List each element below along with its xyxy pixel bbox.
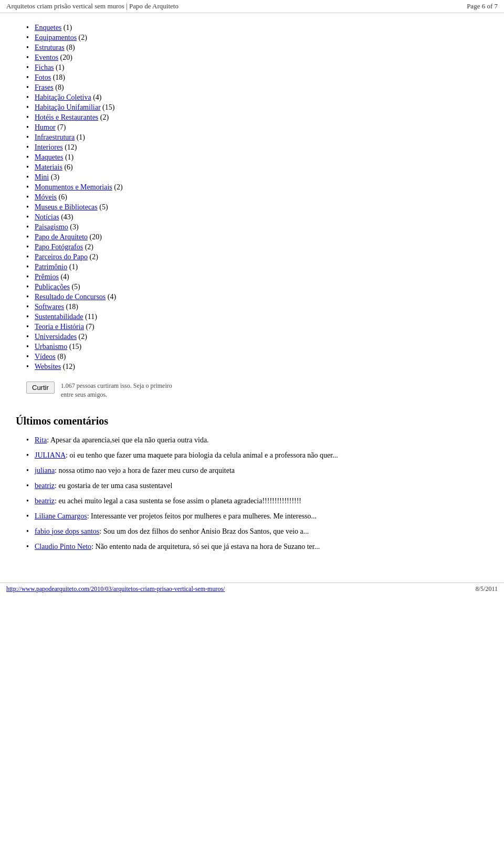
category-item: Equipamentos (2) [26,34,488,42]
category-link[interactable]: Urbanismo [35,343,67,351]
category-count: (2) [77,333,87,341]
category-count: (8) [54,83,64,91]
category-count: (43) [59,213,74,221]
comment-author[interactable]: Rita [35,436,47,444]
category-item: Sustentabilidade (11) [26,313,488,321]
category-item: Parceiros do Papo (2) [26,253,488,261]
category-link[interactable]: Papo Fotógrafos [35,243,83,251]
category-link[interactable]: Humor [35,123,56,131]
comment-author[interactable]: fabio jose dops santos [35,527,99,535]
category-link[interactable]: Sustentabilidade [35,313,83,321]
category-link[interactable]: Móveis [35,193,57,201]
footer-url[interactable]: http://www.papodearquiteto.com/2010/03/a… [6,585,225,593]
page-footer: http://www.papodearquiteto.com/2010/03/a… [0,583,504,595]
category-count: (3) [68,223,79,231]
category-link[interactable]: Enquetes [35,24,61,31]
comments-list: Rita: Apesar da aparencia,sei que ela nã… [26,435,488,552]
comment-author[interactable]: Liliane Camargos [35,512,87,520]
category-link[interactable]: Habitação Unifamiliar [35,103,101,111]
category-link[interactable]: Universidades [35,333,77,341]
page-header: Arquitetos criam prisão vertical sem mur… [0,0,504,13]
category-item: Estruturas (8) [26,44,488,52]
category-count: (7) [56,123,66,131]
category-item: Enquetes (1) [26,24,488,32]
category-count: (8) [65,44,75,51]
category-count: (18) [51,73,65,81]
category-count: (2) [98,113,109,121]
category-count: (1) [61,24,72,31]
category-item: Habitação Coletiva (4) [26,93,488,102]
category-count: (4) [91,93,102,101]
category-count: (1) [63,153,74,161]
category-item: Resultado de Concursos (4) [26,293,488,301]
category-link[interactable]: Maquetes [35,153,63,161]
category-count: (12) [61,363,75,371]
comment-item: Rita: Apesar da aparencia,sei que ela nã… [26,435,488,446]
category-link[interactable]: Interiores [35,143,63,151]
category-list: Enquetes (1)Equipamentos (2)Estruturas (… [26,24,488,371]
category-item: Humor (7) [26,123,488,132]
category-count: (20) [58,54,72,61]
category-count: (2) [112,183,123,191]
category-item: Eventos (20) [26,54,488,62]
category-link[interactable]: Fotos [35,73,51,81]
category-item: Papo Fotógrafos (2) [26,243,488,251]
like-text: 1.067 pessoas curtiram isso. Seja o prim… [61,382,172,399]
category-item: Fotos (18) [26,73,488,82]
page-title: Arquitetos criam prisão vertical sem mur… [6,2,178,10]
category-link[interactable]: Prêmios [35,273,59,281]
category-count: (18) [64,303,78,311]
category-link[interactable]: Mini [35,173,49,181]
category-count: (6) [57,193,67,201]
category-link[interactable]: Teoria e História [35,323,84,331]
category-item: Materiais (6) [26,163,488,172]
comment-author[interactable]: juliana [35,467,55,474]
category-link[interactable]: Eventos [35,54,58,61]
category-link[interactable]: Softwares [35,303,64,311]
category-count: (1) [54,63,65,71]
category-link[interactable]: Papo de Arquiteto [35,233,88,241]
category-link[interactable]: Equipamentos [35,34,77,41]
like-button[interactable]: Curtir [26,382,55,394]
category-item: Prêmios (4) [26,273,488,281]
category-link[interactable]: Hotéis e Restaurantes [35,113,98,121]
comment-item: beatriz: eu gostaria de ter uma casa sus… [26,480,488,491]
category-link[interactable]: Habitação Coletiva [35,93,91,101]
category-link[interactable]: Estruturas [35,44,65,51]
category-link[interactable]: Museus e Bibliotecas [35,203,98,211]
comment-author[interactable]: Claudio Pinto Neto [35,543,91,551]
category-link[interactable]: Resultado de Concursos [35,293,106,301]
category-link[interactable]: Monumentos e Memoriais [35,183,112,191]
category-link[interactable]: Notícias [35,213,59,221]
category-link[interactable]: Paisagismo [35,223,68,231]
category-link[interactable]: Patrimônio [35,263,67,271]
category-count: (20) [88,233,102,241]
category-count: (4) [59,273,69,281]
category-item: Universidades (2) [26,333,488,341]
like-text-line2: entre seus amigos. [61,390,172,399]
category-link[interactable]: Frases [35,83,54,91]
comment-author[interactable]: beatriz [35,497,55,505]
category-item: Habitação Unifamiliar (15) [26,103,488,112]
comment-author[interactable]: JULIANA [35,451,66,459]
category-item: Urbanismo (15) [26,343,488,351]
category-count: (2) [83,243,93,251]
category-link[interactable]: Publicações [35,283,70,291]
category-count: (6) [62,163,73,171]
category-link[interactable]: Websites [35,363,61,371]
category-link[interactable]: Parceiros do Papo [35,253,88,261]
category-count: (4) [106,293,116,301]
category-item: Mini (3) [26,173,488,182]
category-link[interactable]: Infraestrutura [35,133,75,141]
category-item: Fichas (1) [26,63,488,72]
comment-author[interactable]: beatriz [35,482,55,490]
comment-item: JULIANA: oi eu tenho que fazer uma maque… [26,450,488,461]
category-item: Hotéis e Restaurantes (2) [26,113,488,122]
category-link[interactable]: Vídeos [35,353,56,361]
category-item: Softwares (18) [26,303,488,311]
category-link[interactable]: Fichas [35,63,54,71]
category-link[interactable]: Materiais [35,163,62,171]
category-count: (8) [56,353,66,361]
category-item: Notícias (43) [26,213,488,221]
category-item: Websites (12) [26,363,488,371]
